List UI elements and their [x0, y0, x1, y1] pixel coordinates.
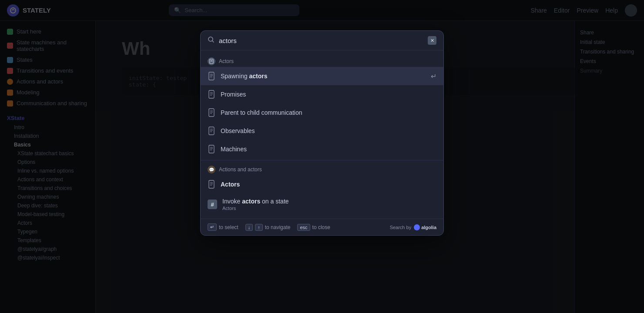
- result-text-promises: Promises: [221, 91, 436, 98]
- result-text-invoke: Invoke actors on a state Actors: [222, 198, 289, 211]
- search-input-row: ✕: [201, 31, 443, 50]
- result-machines[interactable]: Machines: [201, 140, 443, 158]
- search-footer: ↵ to select ↓ ↑ to navigate esc to close…: [201, 219, 443, 235]
- svg-line-2: [212, 41, 214, 43]
- up-key: ↑: [255, 224, 263, 231]
- search-input[interactable]: [219, 37, 423, 44]
- result-text-machines: Machines: [221, 146, 436, 153]
- result-spawning-actors[interactable]: Spawning actors ↵: [201, 67, 443, 85]
- algolia-circle: [414, 224, 420, 230]
- result-invoke-actors[interactable]: # Invoke actors on a state Actors: [201, 193, 443, 215]
- down-key: ↓: [245, 224, 253, 231]
- result-text-parent-child: Parent to child communication: [221, 109, 436, 116]
- footer-select-hint: ↵ to select: [208, 223, 238, 231]
- search-clear-button[interactable]: ✕: [428, 36, 436, 45]
- search-modal: ✕ Actors: [200, 30, 444, 236]
- search-overlay[interactable]: ✕ Actors: [0, 0, 644, 313]
- footer-navigate-hint: ↓ ↑ to navigate: [245, 224, 291, 231]
- search-results: Actors Spawning actors ↵: [201, 50, 443, 219]
- svg-rect-14: [209, 109, 214, 117]
- search-modal-icon: [208, 36, 215, 45]
- svg-rect-26: [209, 180, 214, 188]
- result-enter-icon: ↵: [431, 72, 436, 80]
- algolia-attribution: Search by algolia: [390, 224, 436, 230]
- svg-rect-6: [209, 72, 214, 80]
- section-actors-label: Actors: [201, 54, 443, 67]
- results-divider: [201, 160, 443, 160]
- esc-key: esc: [297, 224, 310, 231]
- result-icon-parent-child: [208, 108, 215, 117]
- result-actors-main[interactable]: Actors: [201, 175, 443, 193]
- result-promises[interactable]: Promises: [201, 85, 443, 103]
- svg-rect-18: [209, 127, 214, 135]
- algolia-logo: algolia: [414, 224, 436, 230]
- result-icon-actors-main: [208, 180, 215, 189]
- result-text-observables: Observables: [221, 127, 436, 134]
- result-icon-promises: [208, 90, 215, 99]
- svg-rect-22: [209, 145, 214, 153]
- result-text-actors-main: Actors: [221, 181, 436, 188]
- result-parent-child[interactable]: Parent to child communication: [201, 103, 443, 122]
- result-icon-spawning: [208, 71, 215, 81]
- result-icon-observables: [208, 126, 215, 136]
- result-observables[interactable]: Observables: [201, 122, 443, 140]
- result-icon-machines: [208, 144, 215, 154]
- section-actions-icon: 💬: [208, 166, 215, 173]
- footer-close-hint: esc to close: [297, 224, 330, 231]
- result-text-spawning: Spawning actors: [221, 73, 426, 80]
- enter-key: ↵: [208, 223, 217, 231]
- section-actors-icon: [208, 57, 215, 65]
- result-icon-invoke-hash: #: [208, 200, 217, 209]
- section-actions-actors-label: 💬 Actions and actors: [201, 162, 443, 175]
- svg-rect-10: [209, 90, 214, 98]
